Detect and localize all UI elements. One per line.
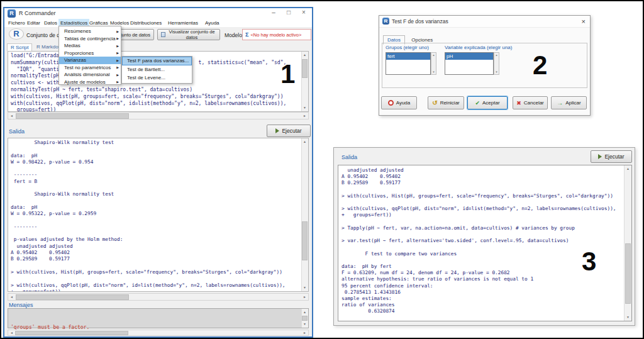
data-groupbox: Grupos (elegir uno) fert ▲ ▼ Variable ex… — [382, 43, 587, 88]
view-dataset-button[interactable]: Visualizar conjunto de datos — [157, 29, 220, 40]
scrollbar-thumb[interactable] — [625, 243, 631, 304]
groups-list-scrollbar[interactable]: ▲ ▼ — [431, 52, 436, 75]
table-view-icon — [161, 32, 165, 37]
scroll-up-icon[interactable] — [625, 165, 631, 172]
menu-datos[interactable]: Datos — [42, 19, 59, 27]
model-label: Modelo: — [225, 32, 243, 38]
maximize-button[interactable]: □ — [283, 9, 294, 16]
ejecutar-button[interactable]: Ejecutar — [591, 150, 632, 163]
menu-item-test-f-dos-varianzas[interactable]: Test F para dos varianzas... — [122, 57, 192, 65]
scrollbar-thumb[interactable] — [302, 316, 308, 321]
scroll-up-icon[interactable] — [301, 309, 308, 316]
scroll-down-icon[interactable]: ▼ — [494, 70, 499, 74]
output-text[interactable]: unadjusted adjusted A 0.95402 0.95402 B … — [338, 165, 624, 321]
menu-ayuda[interactable]: Ayuda — [203, 19, 221, 27]
output-horizontal-scrollbar[interactable] — [8, 293, 309, 301]
menu-item-analisis-dimensional[interactable]: Análisis dimensional▶ — [59, 71, 121, 79]
scroll-right-icon[interactable] — [301, 113, 308, 119]
check-icon: ✔ — [475, 100, 480, 106]
messages-pane[interactable]: 'groups' must be a factor. [4] NOTA: El … — [8, 308, 309, 328]
window-title: R Commander — [19, 10, 56, 16]
script-vertical-scrollbar[interactable] — [301, 52, 308, 111]
menu-item-ajuste-de-modelos[interactable]: Ajuste de modelos▶ — [59, 79, 121, 86]
scroll-left-icon[interactable] — [8, 294, 15, 301]
messages-horizontal-scrollbar[interactable] — [8, 330, 309, 336]
menu-herramientas[interactable]: Herramientas — [166, 19, 200, 27]
model-button[interactable]: Σ <No hay modelo activo> — [242, 29, 311, 40]
scrollbar-thumb[interactable] — [16, 113, 129, 119]
dialog-title: Test F de dos varianzas — [392, 18, 448, 25]
menu-editar[interactable]: Editar — [25, 19, 42, 27]
output-pane[interactable]: Shapiro-Wilk normality test data: pH W =… — [8, 138, 309, 292]
scroll-down-icon[interactable] — [301, 321, 308, 328]
output-vertical-scrollbar[interactable] — [624, 165, 631, 321]
x-icon: ✖ — [516, 100, 521, 106]
scroll-right-icon[interactable] — [301, 294, 308, 301]
variable-list-scrollbar[interactable]: ▲ ▼ — [494, 52, 499, 75]
scroll-down-icon[interactable] — [301, 284, 308, 291]
list-item-fert[interactable]: fert — [386, 53, 430, 60]
output-vertical-scrollbar[interactable] — [301, 138, 308, 291]
window1-titlebar: R R Commander – □ × — [4, 8, 312, 19]
scroll-up-icon[interactable]: ▲ — [494, 53, 499, 57]
scroll-down-icon[interactable]: ▼ — [431, 70, 436, 74]
scroll-down-icon[interactable] — [301, 104, 308, 111]
script-horizontal-scrollbar[interactable] — [8, 112, 309, 119]
menu-item-resumenes[interactable]: Resúmenes▶ — [59, 28, 121, 35]
scrollbar-thumb[interactable] — [302, 221, 308, 260]
scrollbar-thumb[interactable] — [16, 294, 129, 300]
help-lifebuoy-icon — [388, 100, 394, 106]
screenshot-canvas: R R Commander – □ × Fichero Editar Datos… — [0, 0, 644, 339]
menu-fichero[interactable]: Fichero — [6, 19, 27, 27]
scroll-up-icon[interactable]: ▲ — [431, 53, 436, 57]
scroll-up-icon[interactable] — [301, 52, 308, 58]
test-f-dialog: R Test F de dos varianzas × Datos Opcion… — [379, 15, 591, 116]
scroll-right-icon[interactable] — [301, 330, 308, 336]
reiniciar-button[interactable]: ↺ Reiniciar — [428, 96, 464, 109]
minimize-button[interactable]: – — [268, 9, 279, 16]
submenu-arrow-icon: ▶ — [116, 80, 119, 84]
tab-r-script[interactable]: R Script — [7, 43, 32, 51]
close-button[interactable]: × — [298, 9, 309, 16]
menu-item-tablas-contingencia[interactable]: Tablas de contingencia▶ — [59, 35, 121, 43]
scrollbar-thumb[interactable] — [15, 331, 128, 335]
scroll-left-icon[interactable] — [8, 113, 15, 119]
variable-listbox[interactable]: pH — [445, 52, 494, 75]
close-icon[interactable]: × — [582, 18, 586, 25]
groups-listbox[interactable]: fert — [386, 52, 431, 75]
submenu-arrow-icon: ▶ — [116, 73, 119, 77]
menu-item-medias[interactable]: Medias▶ — [59, 42, 121, 50]
annotation-2: 2 — [533, 50, 547, 81]
menu-item-test-no-parametricos[interactable]: Test no paramétricos▶ — [59, 64, 121, 72]
ejecutar-button[interactable]: Ejecutar — [267, 125, 311, 137]
toolbar: R Conjunto de datos: Editar conjunto de … — [4, 27, 312, 43]
messages-vertical-scrollbar[interactable] — [301, 309, 308, 328]
scroll-up-icon[interactable] — [301, 138, 308, 145]
menu-item-test-de-levene[interactable]: Test de Levene... — [122, 74, 192, 82]
submenu-arrow-icon: ▶ — [116, 30, 119, 33]
output-pane[interactable]: unadjusted adjusted A 0.95402 0.95402 B … — [338, 165, 632, 321]
cancelar-button[interactable]: ✖ Cancelar — [513, 96, 548, 109]
output-text[interactable]: Shapiro-Wilk normality test data: pH W =… — [8, 138, 301, 291]
r-logo-icon: R — [9, 28, 24, 40]
annotation-1: 1 — [280, 59, 295, 89]
scrollbar-thumb[interactable] — [302, 59, 308, 78]
menu-item-test-de-bartlett[interactable]: Test de Bartlett... — [122, 65, 192, 74]
output-window: Salida Ejecutar unadjusted adjusted A 0.… — [333, 147, 635, 326]
mensajes-label: Mensajes — [9, 302, 33, 308]
run-icon — [275, 128, 279, 133]
menu-item-varianzas[interactable]: Varianzas▶ — [59, 57, 121, 64]
ayuda-button[interactable]: Ayuda — [381, 96, 417, 109]
dialog-titlebar: R Test F de dos varianzas × — [379, 16, 590, 28]
script-tabs: R Script R Markdown — [4, 43, 312, 51]
salida-label: Salida — [9, 128, 25, 135]
list-item-ph[interactable]: pH — [445, 53, 493, 60]
menu-item-proporciones[interactable]: Proporciones▶ — [59, 50, 121, 57]
menu-distribuciones[interactable]: Distribuciones — [128, 19, 164, 27]
scroll-down-icon[interactable] — [625, 314, 631, 321]
dialog-tabs: Datos Opciones — [383, 33, 436, 42]
aceptar-button[interactable]: ✔ Aceptar — [467, 96, 508, 109]
run-icon — [598, 154, 602, 159]
scroll-left-icon[interactable] — [8, 330, 15, 336]
aplicar-button[interactable]: → Aplicar — [551, 96, 587, 109]
